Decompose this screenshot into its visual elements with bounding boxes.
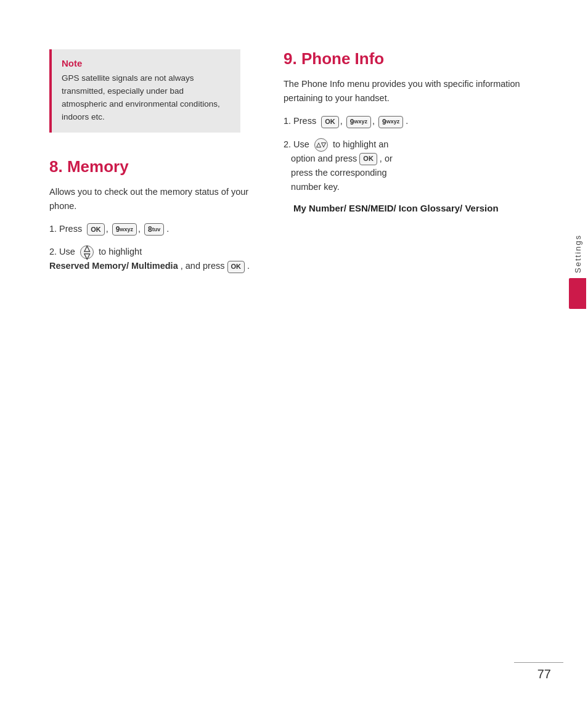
sidebar-bar [569,278,586,309]
phone-info-step2: 2. Use △▽ to highlight an option and pre… [284,138,551,195]
phone-info-step1: 1. Press OK, 9wxyz, 9wxyz . [284,114,551,128]
nav-key-2: △▽ [314,138,328,152]
phone-info-section: 9. Phone Info The Phone Info menu provid… [284,49,551,213]
right-column: 9. Phone Info The Phone Info menu provid… [284,49,551,669]
page-divider [514,662,563,663]
ok-key-1: OK [87,223,105,236]
memory-step1-prefix: 1. Press [49,224,82,234]
9wxyz-key-3: 9wxyz [378,116,403,128]
sidebar-label: Settings [573,234,582,273]
memory-description: Allows you to check out the memory statu… [49,185,259,213]
phone-info-options: My Number/ ESN/MEID/ Icon Glossary/ Vers… [293,203,551,213]
8tuv-key: 8tuv [144,223,164,236]
phone-info-heading: 9. Phone Info [284,49,551,68]
ok-key-4: OK [359,153,377,165]
memory-heading: 8. Memory [49,157,259,176]
9wxyz-key-1: 9wxyz [112,223,137,236]
ok-key-2: OK [227,261,245,273]
left-column: Note GPS satellite signals are not alway… [49,49,259,669]
note-label: Note [62,58,231,68]
memory-step2-suffix: , and press [181,261,227,271]
phone-info-description: The Phone Info menu provides you with sp… [284,77,551,105]
memory-step1: 1. Press OK, 9wxyz, 8tuv . [49,222,259,236]
note-box: Note GPS satellite signals are not alway… [49,49,240,133]
memory-step2-bold: Reserved Memory/ Multimedia [49,261,178,271]
memory-step2-prefix: 2. Use [49,247,75,257]
sidebar-tab: Settings [567,234,588,333]
memory-step2-text: to highlight [99,247,142,257]
memory-step2: 2. Use △▽ to highlight Reserved Memory/ … [49,245,259,273]
phone-info-bold: My Number/ ESN/MEID/ Icon Glossary/ Vers… [293,203,499,213]
ok-key-3: OK [321,116,339,128]
nav-key-1: △▽ [80,245,94,259]
page-number: 77 [537,667,551,681]
phone-info-step1-prefix: 1. Press [284,116,316,126]
9wxyz-key-2: 9wxyz [346,116,371,128]
phone-info-step2-prefix: 2. Use [284,139,309,149]
note-text: GPS satellite signals are not always tra… [62,72,231,124]
memory-section: 8. Memory Allows you to check out the me… [49,157,259,274]
